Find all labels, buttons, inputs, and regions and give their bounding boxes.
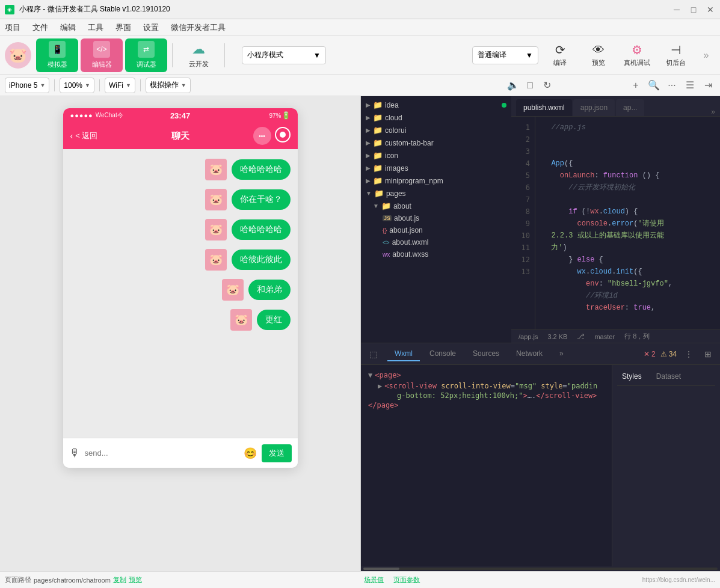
tab-console[interactable]: Console (422, 347, 463, 361)
debugger-button[interactable]: ⇄ 调试器 (125, 38, 167, 72)
editor-button[interactable]: </> 编辑器 (81, 38, 123, 72)
tab-sources[interactable]: Sources (466, 347, 506, 361)
toolbar-divider2 (224, 43, 225, 67)
copy-button[interactable]: 复制 (113, 575, 126, 584)
tab-publish-wxml[interactable]: publish.wxml (516, 99, 572, 116)
emoji-icon[interactable]: 😊 (244, 447, 257, 460)
cut-button[interactable]: ⊣ 切后台 (659, 38, 692, 72)
tree-item-idea[interactable]: ▶ 📁 idea (361, 99, 511, 111)
params-value[interactable]: 页面参数 (393, 575, 420, 584)
folder-name: miniprogram_npm (385, 177, 443, 185)
device-selector[interactable]: iPhone 5 ▼ (5, 78, 49, 93)
collapse-icon[interactable]: ⇥ (701, 78, 715, 93)
dataset-tab[interactable]: Dataset (651, 370, 686, 383)
tab-app-partial[interactable]: ap... (616, 99, 644, 116)
phone-frame: ●●●●● WeChat今 23:47 97% 🔋 ‹ < 返回 聊天 ••• (63, 108, 298, 468)
editor-tabs: publish.wxml app.json ap... » (511, 96, 720, 117)
preview-button[interactable]: 👁 预览 (582, 38, 615, 72)
mode-selector: 小程序模式 ▼ (242, 46, 326, 64)
mode-dropdown[interactable]: 小程序模式 ▼ (242, 46, 326, 64)
tree-item-about-wxss[interactable]: wx about.wxss (361, 248, 511, 260)
tree-item-about-json[interactable]: {} about.json (361, 224, 511, 236)
path-label: 页面路径 (5, 575, 31, 584)
rotate-icon[interactable]: ↻ (540, 78, 554, 93)
scene-value[interactable]: 场景值 (364, 575, 384, 584)
tree-item-about-wxml[interactable]: <> about.wxml (361, 236, 511, 248)
speaker-icon[interactable]: 🔈 (506, 78, 520, 93)
menu-settings[interactable]: 设置 (143, 22, 159, 33)
warn-badge: ⚠ 34 (660, 350, 677, 358)
list-icon[interactable]: ☰ (683, 78, 697, 93)
compile-dropdown[interactable]: 普通编译 ▼ (472, 46, 538, 64)
search-icon[interactable]: 🔍 (647, 78, 661, 93)
tree-item-custom-tab[interactable]: ▶ 📁 custom-tab-bar (361, 136, 511, 149)
page-tag: <page> (375, 371, 401, 379)
menu-interface[interactable]: 界面 (115, 22, 131, 33)
phone-status-bar: ●●●●● WeChat今 23:47 97% 🔋 (63, 108, 298, 123)
network-selector[interactable]: WiFi ▼ (105, 78, 135, 93)
more-options-icon[interactable]: ··· (665, 78, 679, 93)
tree-item-colorui[interactable]: ▶ 📁 colorui (361, 124, 511, 136)
js-icon: JS (383, 215, 392, 221)
tree-item-pages[interactable]: ▼ 📁 pages (361, 187, 511, 200)
tree-item-about-js[interactable]: JS about.js (361, 212, 511, 224)
close-button[interactable]: ✕ (706, 5, 715, 14)
path-value: pages/chatroom/chatroom (34, 577, 111, 584)
preview-button-bottom[interactable]: 预览 (129, 575, 142, 584)
status-time: 23:47 (170, 111, 190, 120)
wxss-icon: wx (383, 251, 390, 258)
tree-item-npm[interactable]: ▶ 📁 miniprogram_npm (361, 174, 511, 187)
dots-icon: ••• (259, 133, 265, 139)
editor-more[interactable]: » (711, 108, 715, 116)
scroll-view-tag: <scroll-view scroll-into-view="msg" styl… (384, 382, 597, 390)
send-button[interactable]: 发送 (262, 444, 292, 462)
line-numbers: 1234 5678 9101112 13 (511, 117, 535, 329)
horizontal-scrollbar[interactable] (361, 566, 720, 571)
zoom-selector[interactable]: 100% ▼ (60, 78, 94, 93)
devtools-dock-icon[interactable]: ⊞ (701, 347, 715, 361)
chat-messages: 哈哈哈哈哈 🐷 你在干啥？ 🐷 哈哈哈哈哈 🐷 哈彼此彼此 🐷 和弟弟 (63, 149, 298, 438)
menu-tools[interactable]: 工具 (88, 22, 103, 33)
expand-arrow2[interactable]: ▶ (378, 382, 382, 390)
expand-arrow[interactable]: ▼ (368, 371, 372, 379)
devtools-options-icon[interactable]: ⋮ (682, 347, 696, 361)
back-button[interactable]: ‹ < 返回 (70, 130, 98, 141)
menu-project[interactable]: 项目 (5, 22, 20, 33)
compile-button[interactable]: ⟳ 编译 (543, 38, 577, 72)
more-options-button[interactable]: ••• (253, 127, 271, 145)
add-file-icon[interactable]: + (629, 78, 643, 93)
folder-icon: 📁 (373, 113, 383, 122)
file-size: 3.2 KB (547, 333, 567, 340)
phone-input-bar: 🎙 😊 发送 (63, 438, 298, 468)
chat-input[interactable] (85, 444, 239, 463)
tab-app-json[interactable]: app.json (573, 99, 615, 116)
eye-icon: 👁 (592, 43, 605, 57)
maximize-button[interactable]: □ (689, 5, 698, 14)
menu-edit[interactable]: 编辑 (60, 22, 76, 33)
scrollbar-thumb[interactable] (363, 568, 399, 570)
tree-item-cloud[interactable]: ▶ 📁 cloud (361, 111, 511, 124)
refresh-icon: ⟳ (555, 43, 565, 57)
tab-network[interactable]: Network (509, 347, 550, 361)
cloud-button[interactable]: ☁ 云开发 (177, 38, 220, 72)
operation-selector[interactable]: 模拟操作 ▼ (146, 78, 191, 93)
minimize-button[interactable]: ─ (672, 5, 682, 14)
menu-wechat[interactable]: 微信开发者工具 (171, 22, 226, 33)
mic-icon[interactable]: 🎙 (69, 447, 80, 459)
simulator-button[interactable]: 📱 模拟器 (36, 38, 78, 72)
chat-message-6: 更红 🐷 (70, 309, 291, 331)
more-button[interactable]: » (697, 38, 715, 72)
screen-icon[interactable]: □ (523, 78, 537, 93)
tree-item-about[interactable]: ▼ 📁 about (361, 200, 511, 212)
tree-item-images[interactable]: ▶ 📁 images (361, 162, 511, 174)
devtools-cursor-icon[interactable]: ⬚ (366, 347, 380, 361)
tab-more[interactable]: » (552, 347, 571, 361)
record-button[interactable] (275, 127, 291, 142)
real-debug-button[interactable]: ⚙ 真机调试 (620, 38, 654, 72)
close-page-line: </page> (368, 400, 605, 411)
cloud-icon: ☁ (192, 41, 205, 57)
tab-wxml[interactable]: Wxml (387, 347, 420, 361)
tree-item-icon[interactable]: ▶ 📁 icon (361, 149, 511, 162)
menu-file[interactable]: 文件 (32, 22, 48, 33)
styles-tab[interactable]: Styles (617, 370, 647, 383)
